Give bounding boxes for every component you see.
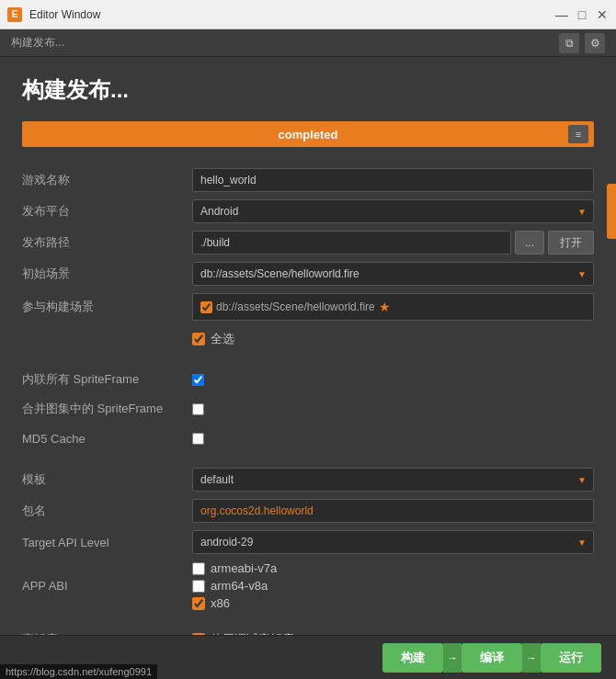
build-path-row: 发布路径 ... 打开 [22, 228, 594, 257]
side-tab [607, 184, 616, 239]
select-all-row: 全选 [22, 325, 594, 353]
participate-scene-label: 参与构建场景 [22, 299, 192, 315]
merge-sprite-control [192, 403, 594, 415]
abi-arm64-checkbox[interactable] [192, 580, 205, 593]
progress-log-button[interactable]: ≡ [568, 125, 588, 143]
toolbar-actions: ⧉ ⚙ [559, 33, 605, 53]
md5-checkbox[interactable] [192, 433, 204, 445]
init-scene-label: 初始场景 [22, 266, 192, 282]
package-name-label: 包名 [22, 503, 192, 519]
build-path-input[interactable] [192, 231, 511, 255]
breadcrumb: 构建发布... [11, 35, 64, 51]
template-select-wrapper: default link ▼ [192, 468, 594, 492]
toolbar: 构建发布... ⧉ ⚙ [0, 29, 616, 57]
template-select[interactable]: default link [192, 468, 594, 492]
abi-x86-text: x86 [211, 596, 230, 610]
template-row: 模板 default link ▼ [22, 465, 594, 494]
main-content: 构建发布... completed ≡ 游戏名称 发布平台 Android iO… [0, 57, 616, 679]
compile-button[interactable]: 编译 [462, 643, 522, 673]
md5-label: MD5 Cache [22, 432, 192, 446]
init-scene-select[interactable]: db://assets/Scene/helloworld.fire [192, 262, 594, 286]
inline-sprite-label: 内联所有 SpriteFrame [22, 371, 192, 388]
app-icon: E [7, 7, 22, 22]
abi-arm64-label[interactable]: arm64-v8a [192, 579, 268, 593]
inline-sprite-checkbox[interactable] [192, 374, 204, 386]
build-button[interactable]: 构建 [382, 643, 443, 673]
select-all-checkbox-label[interactable]: 全选 [192, 331, 234, 347]
toolbar-settings-button[interactable]: ⚙ [585, 33, 605, 53]
progress-text: completed [278, 128, 337, 141]
progress-bar: completed ≡ [22, 121, 594, 147]
toolbar-copy-button[interactable]: ⧉ [559, 33, 579, 53]
abi-armeabi-label[interactable]: armeabi-v7a [192, 561, 277, 575]
md5-row: MD5 Cache [22, 424, 594, 452]
arrow-separator-2: → [522, 643, 541, 673]
maximize-button[interactable]: □ [576, 8, 588, 21]
build-path-label: 发布路径 [22, 234, 192, 251]
target-api-control: android-29 android-28 android-27 ▼ [192, 530, 594, 554]
abi-x86-label[interactable]: x86 [192, 596, 230, 610]
url-bar: https://blog.csdn.net/xufeng0991 [0, 664, 157, 679]
participate-scene-control: db://assets/Scene/helloworld.fire ★ [192, 293, 594, 321]
game-name-control [192, 168, 594, 192]
init-scene-select-wrapper: db://assets/Scene/helloworld.fire ▼ [192, 262, 594, 286]
game-name-row: 游戏名称 [22, 165, 594, 195]
inline-sprite-row: 内联所有 SpriteFrame [22, 366, 594, 393]
target-api-select-wrapper: android-29 android-28 android-27 ▼ [192, 530, 594, 554]
target-api-row: Target API Level android-29 android-28 a… [22, 527, 594, 557]
app-abi-control: armeabi-v7a arm64-v8a x86 [192, 561, 594, 610]
game-name-input[interactable] [192, 168, 594, 192]
platform-row: 发布平台 Android iOS Web Mobile Web Desktop … [22, 197, 594, 226]
abi-armeabi-text: armeabi-v7a [211, 561, 277, 575]
run-button[interactable]: 运行 [541, 643, 601, 673]
participate-scene-row: 参与构建场景 db://assets/Scene/helloworld.fire… [22, 290, 594, 323]
platform-label: 发布平台 [22, 203, 192, 220]
platform-select[interactable]: Android iOS Web Mobile Web Desktop [192, 199, 594, 223]
merge-sprite-label: 合并图集中的 SpriteFrame [22, 401, 192, 417]
close-button[interactable]: ✕ [596, 8, 609, 21]
star-icon[interactable]: ★ [379, 300, 391, 314]
scene-item: db://assets/Scene/helloworld.fire ★ [197, 298, 589, 316]
abi-armeabi-checkbox[interactable] [192, 562, 205, 575]
scene-path: db://assets/Scene/helloworld.fire [216, 300, 375, 313]
template-label: 模板 [22, 471, 192, 488]
game-name-label: 游戏名称 [22, 172, 192, 188]
build-path-open-button[interactable]: 打开 [548, 231, 594, 255]
package-name-row: 包名 [22, 496, 594, 526]
init-scene-row: 初始场景 db://assets/Scene/helloworld.fire ▼ [22, 259, 594, 289]
platform-control: Android iOS Web Mobile Web Desktop ▼ [192, 199, 594, 223]
init-scene-control: db://assets/Scene/helloworld.fire ▼ [192, 262, 594, 286]
merge-sprite-checkbox[interactable] [192, 403, 204, 415]
app-abi-row: APP ABI armeabi-v7a arm64-v8a x86 [22, 559, 594, 613]
title-bar-controls: — □ ✕ [555, 8, 609, 21]
select-all-checkbox[interactable] [192, 333, 205, 345]
title-bar: E Editor Window — □ ✕ [0, 0, 616, 29]
title-bar-title: Editor Window [29, 8, 555, 21]
scene-box: db://assets/Scene/helloworld.fire ★ [192, 293, 594, 321]
package-name-input[interactable] [192, 499, 594, 523]
minimize-button[interactable]: — [555, 8, 568, 21]
select-all-text: 全选 [211, 331, 234, 347]
abi-arm64-text: arm64-v8a [211, 579, 268, 593]
abi-x86-checkbox[interactable] [192, 597, 205, 610]
platform-select-wrapper: Android iOS Web Mobile Web Desktop ▼ [192, 199, 594, 223]
build-form: 游戏名称 发布平台 Android iOS Web Mobile Web Des… [22, 165, 594, 679]
template-control: default link ▼ [192, 468, 594, 492]
target-api-label: Target API Level [22, 536, 192, 549]
inline-sprite-control [192, 374, 594, 386]
build-path-browse-button[interactable]: ... [515, 231, 544, 255]
merge-sprite-row: 合并图集中的 SpriteFrame [22, 395, 594, 423]
md5-control [192, 433, 594, 445]
page-title: 构建发布... [22, 75, 594, 105]
action-flow: 构建 → 编译 → 运行 [382, 643, 601, 673]
build-path-control: ... 打开 [192, 231, 594, 255]
app-abi-label: APP ABI [22, 579, 192, 593]
target-api-select[interactable]: android-29 android-28 android-27 [192, 530, 594, 554]
package-name-control [192, 499, 594, 523]
scene-checkbox[interactable] [200, 301, 212, 313]
arrow-separator-1: → [443, 643, 462, 673]
select-all-control: 全选 [192, 331, 594, 347]
